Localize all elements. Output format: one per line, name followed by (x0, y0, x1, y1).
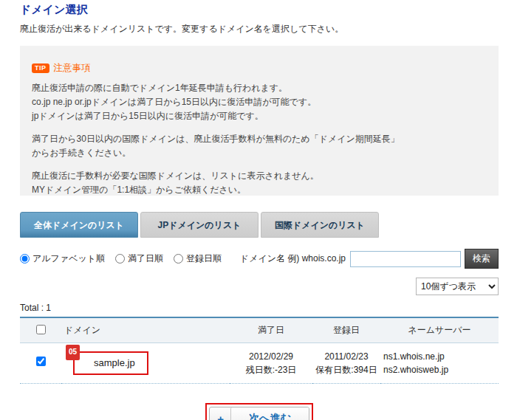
tab-jp-domains[interactable]: JPドメインのリスト (140, 212, 258, 238)
select-all-checkbox[interactable] (36, 325, 46, 334)
search-label: ドメイン名 例) whois.co.jp (240, 252, 346, 265)
notice-paragraph-1: 廃止復活申請の際に自動でドメイン1年延長申請も行われます。 co.jp ne.j… (32, 81, 485, 123)
domain-search-input[interactable] (350, 251, 461, 267)
expiry-column-header: 満了日 (230, 317, 312, 343)
search-button[interactable]: 検索 (465, 249, 499, 269)
notice-line: MYドメイン管理の「1:1相談」からご依頼ください。 (32, 185, 246, 195)
domain-column-header: ドメイン (61, 317, 230, 343)
notice-box: TIP 注意事項 廃止復活申請の際に自動でドメイン1年延長申請も行われます。 c… (20, 46, 499, 196)
notice-line: jpドメインは満了日から15日以内に復活申請が可能です。 (32, 111, 264, 121)
page-size-row: 10個ずつ表示 (20, 278, 499, 295)
notice-paragraph-3: 廃止復活に手数料が必要な国際ドメインは、リストに表示されません。 MYドメイン管… (32, 169, 485, 197)
sort-radio-expiry[interactable] (115, 254, 125, 264)
next-button[interactable]: + 次へ進む (209, 407, 309, 420)
sort-option-label: アルファベット順 (32, 252, 105, 265)
sort-radio-alphabetical[interactable] (20, 254, 30, 264)
notice-paragraph-2: 満了日から30日以内の国際ドメインは、廃止復活手数料が無料のため「ドメイン期間延… (32, 132, 485, 160)
sort-option-expiry[interactable]: 満了日順 (115, 252, 163, 265)
notice-line: からお手続きください。 (32, 148, 131, 158)
notice-line: 満了日から30日以内の国際ドメインは、廃止復活手数料が無料のため「ドメイン期間延… (32, 134, 400, 144)
page-title: ドメイン選択 (20, 3, 499, 17)
domain-list-tabs: 全体ドメインのリスト JPドメインのリスト 国際ドメインのリスト (20, 212, 499, 238)
row-checkbox-cell (20, 343, 61, 384)
nameserver-1: ns1.whois.ne.jp (383, 351, 445, 362)
list-controls: アルファベット順 満了日順 登録日順 ドメイン名 例) whois.co.jp … (20, 249, 499, 269)
plus-icon: + (210, 407, 230, 420)
select-all-header-cell (20, 317, 61, 343)
held-days: 保有日数:394日 (315, 365, 377, 375)
registered-column-header: 登録日 (312, 317, 380, 343)
domain-cell: 05 sample.jp (61, 343, 230, 384)
tab-international-domains[interactable]: 国際ドメインのリスト (261, 212, 379, 238)
sort-option-label: 登録日順 (186, 252, 222, 265)
expiry-date: 2012/02/29 (249, 351, 293, 362)
sort-radio-group: アルファベット順 満了日順 登録日順 (20, 252, 232, 265)
expiry-cell: 2012/02/29 残日数:-23日 (230, 343, 312, 384)
notice-line: co.jp ne.jp or.jpドメインは満了日から15日以内に復活申請が可能… (32, 97, 316, 107)
next-button-annotation-box: + 次へ進む (205, 403, 312, 420)
notice-line: 廃止復活に手数料が必要な国際ドメインは、リストに表示されません。 (32, 171, 319, 181)
table-header-row: ドメイン 満了日 登録日 ネームサーバー (20, 317, 499, 343)
notice-heading: 注意事項 (54, 62, 91, 75)
page-subtitle: 廃止復活が出来るドメインリストです。変更するドメイン名を選択して下さい。 (20, 23, 499, 35)
registered-date: 2011/02/23 (324, 351, 368, 362)
sort-option-alphabetical[interactable]: アルファベット順 (20, 252, 105, 265)
next-button-label: 次へ進む (230, 407, 309, 420)
nameserver-2: ns2.whoisweb.jp (383, 365, 448, 375)
notice-header: TIP 注意事項 (32, 62, 485, 75)
registered-cell: 2011/02/23 保有日数:394日 (312, 343, 380, 384)
nameserver-column-header: ネームサーバー (380, 317, 499, 343)
nameserver-cell: ns1.whois.ne.jp ns2.whoisweb.jp (380, 343, 499, 384)
annotation-number-badge: 05 (66, 345, 80, 360)
sort-option-label: 満了日順 (128, 252, 163, 265)
next-button-area: + 次へ進む (20, 403, 499, 420)
tab-all-domains[interactable]: 全体ドメインのリスト (20, 212, 138, 238)
row-checkbox[interactable] (36, 357, 46, 366)
tip-badge-icon: TIP (32, 63, 49, 73)
notice-line: 廃止復活申請の際に自動でドメイン1年延長申請も行われます。 (32, 83, 287, 93)
domain-search-area: ドメイン名 例) whois.co.jp 検索 (240, 249, 499, 269)
annotation-box: 05 sample.jp (73, 351, 148, 375)
domain-name[interactable]: sample.jp (94, 357, 135, 368)
sort-radio-registered[interactable] (174, 254, 183, 264)
page-container: ドメイン選択 廃止復活が出来るドメインリストです。変更するドメイン名を選択して下… (0, 0, 517, 420)
domain-table: ドメイン 満了日 登録日 ネームサーバー 05 sample.jp 2012/0 (20, 317, 499, 384)
expiry-days-remaining: 残日数:-23日 (246, 365, 297, 375)
sort-option-registered[interactable]: 登録日順 (174, 252, 222, 265)
total-count-label: Total : 1 (20, 303, 499, 313)
table-row: 05 sample.jp 2012/02/29 残日数:-23日 2011/02… (20, 343, 499, 384)
page-size-select[interactable]: 10個ずつ表示 (416, 278, 499, 295)
